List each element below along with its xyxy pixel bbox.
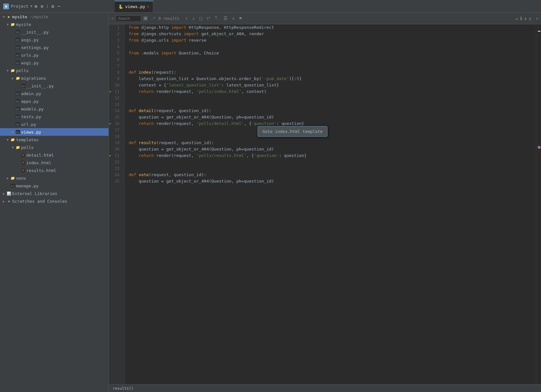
expand-arrow: ▼ — [5, 138, 10, 142]
tree-external-libraries[interactable]: ▶ 📊 External Libraries — [0, 190, 109, 197]
tree-label: polls — [21, 145, 34, 150]
highlight-btn[interactable]: ⚑ — [238, 15, 243, 22]
cls: render(request, — [156, 88, 196, 95]
html-file-icon: H — [20, 160, 26, 165]
settings-icon[interactable]: ⚙ — [51, 4, 54, 9]
tree-label: migrations — [21, 76, 46, 81]
tree-apps-py[interactable]: py apps.py — [0, 97, 109, 105]
cls — [129, 120, 139, 127]
cls: : question} — [277, 120, 304, 127]
tree-index-html[interactable]: H index.html — [0, 159, 109, 167]
tree-templates-polls[interactable]: ▼ 📁 polls — [0, 143, 109, 151]
py-file-icon: py — [15, 29, 20, 35]
tree-venv-folder[interactable]: ▶ 📁 venv — [0, 174, 109, 182]
warning-next-btn[interactable]: ∨ — [529, 16, 531, 21]
str: 'polls/results.html' — [196, 152, 246, 159]
cls: , context) — [241, 88, 266, 95]
top-bar-actions: ⊕ ≡ ⁝ ⚙ ─ — [34, 4, 60, 9]
line-numbers: 1 2 3 4 5 6 7 8 9 10 ▶11 12 13 14 15 ▶16… — [109, 24, 125, 384]
tab-label: views.py — [125, 4, 145, 9]
match-case-btn[interactable]: T+ — [205, 15, 212, 22]
cls: , { — [244, 120, 251, 127]
tree-results-html[interactable]: H results.html — [0, 167, 109, 174]
line-num-7: 7 — [109, 63, 122, 69]
goto-template-tooltip[interactable]: Goto index.html template — [258, 126, 327, 137]
expand-btn[interactable]: □ — [198, 15, 203, 22]
tree-settings-py[interactable]: py settings.py — [0, 44, 109, 51]
kw: from — [129, 24, 141, 31]
code-content[interactable]: from django.http import HttpResponse, Ht… — [125, 24, 536, 384]
code-line-24: def vote(request, question_id): — [125, 172, 536, 178]
py-file-icon: py — [15, 122, 20, 127]
gutter-icon-21: ▶ — [109, 152, 111, 159]
scroll-to-center-icon[interactable]: ≡ — [40, 4, 43, 9]
prev-result-btn[interactable]: ↑ — [184, 15, 189, 22]
tree-url-py[interactable]: py url.py — [0, 120, 109, 128]
tree-admin-py[interactable]: py admin.py — [0, 90, 109, 97]
folder-icon: ▶ — [6, 14, 12, 19]
code-line-13 — [125, 101, 536, 108]
sidebar: ▼ ▶ mysite ~/mysite ▼ 📁 mysite py __init… — [0, 13, 109, 392]
kw: def — [129, 69, 139, 76]
search-label: ⌕ — [111, 16, 114, 21]
tab-close-button[interactable]: ✕ — [147, 4, 149, 9]
search-modifier-w[interactable]: W — [143, 16, 148, 21]
py-file-icon: py — [15, 129, 20, 135]
cls: : question} — [279, 152, 307, 159]
search-input[interactable] — [116, 15, 141, 22]
code-line-16: return render(request, 'polls/detail.htm… — [125, 120, 536, 127]
line-num-13: 13 — [109, 101, 122, 108]
kw: from — [129, 37, 141, 44]
close-search-btn[interactable]: ✕ — [536, 16, 538, 21]
tree-asgi-py[interactable]: py asgi.py — [0, 36, 109, 44]
tree-init-py[interactable]: py __init__.py — [0, 28, 109, 36]
py-file-icon: py — [20, 83, 26, 88]
tab-views-py[interactable]: 🐍 views.py ✕ — [115, 1, 153, 12]
line-num-4: 4 — [109, 44, 122, 50]
search-modifier-regex[interactable]: .* — [150, 16, 157, 21]
line-num-23: 23 — [109, 165, 122, 172]
cls: question = get_object_or_404(Question, p… — [129, 114, 274, 120]
tree-scratches-consoles[interactable]: ▶ ✱ Scratches and Consoles — [0, 197, 109, 205]
tree-wsgi-py[interactable]: py wsgi.py — [0, 59, 109, 67]
project-label[interactable]: Project — [11, 4, 28, 9]
tree-models-py[interactable]: py models.py — [0, 105, 109, 113]
tree-urls-py[interactable]: py urls.py — [0, 51, 109, 59]
tree-label: venv — [16, 176, 26, 181]
tree-manage-py[interactable]: py manage.py — [0, 182, 109, 190]
tree-mysite-inner[interactable]: ▼ 📁 mysite — [0, 20, 109, 28]
cls: .models — [141, 50, 161, 56]
add-icon[interactable]: ⊕ — [34, 4, 37, 9]
tree-templates-folder[interactable]: ▼ 📁 templates — [0, 136, 109, 143]
tree-root-mysite[interactable]: ▼ ▶ mysite ~/mysite — [0, 13, 109, 20]
filter-btn[interactable]: ☰ — [222, 15, 229, 22]
cls — [129, 88, 139, 95]
sort-btn[interactable]: ↕ — [231, 15, 236, 22]
match-words-btn[interactable]: T- — [214, 15, 220, 22]
tree-migrations-folder[interactable]: ▶ 📁 migrations — [0, 74, 109, 82]
tree-label: __init__.py — [26, 84, 54, 88]
warning-count: 1 — [520, 16, 522, 21]
tree-tests-py[interactable]: py tests.py — [0, 113, 109, 120]
tree-detail-html[interactable]: H detail.html — [0, 151, 109, 159]
code-line-8: def index(request): — [125, 69, 536, 76]
collapse-all-icon[interactable]: ⁝ — [46, 4, 48, 9]
tree-polls-init-py[interactable]: py __init__.py — [0, 82, 109, 90]
project-dropdown-arrow[interactable]: ▼ — [30, 4, 33, 8]
tree-label: wsgi.py — [21, 61, 39, 65]
tree-label: mysite ~/mysite — [12, 14, 48, 19]
num: 5 — [296, 76, 299, 82]
tree-label: models.py — [21, 107, 44, 111]
tree-polls-folder[interactable]: ▼ 📁 polls — [0, 67, 109, 74]
code-line-10: context = {'latest_question_list': lates… — [125, 82, 536, 88]
str: 'question' — [252, 120, 277, 127]
warning-prev-btn[interactable]: ∧ — [524, 16, 527, 21]
next-result-btn[interactable]: ↓ — [191, 15, 196, 22]
tree-label: External Libraries — [12, 191, 57, 196]
cls: context = { — [129, 82, 166, 88]
tree-views-py[interactable]: ▶ py views.py — [0, 128, 109, 136]
minimize-icon[interactable]: ─ — [58, 4, 61, 9]
tree-label: tests.py — [21, 114, 41, 119]
cls: question = get_object_or_404(Question, p… — [129, 178, 274, 184]
line-num-10: 10 — [109, 82, 122, 88]
